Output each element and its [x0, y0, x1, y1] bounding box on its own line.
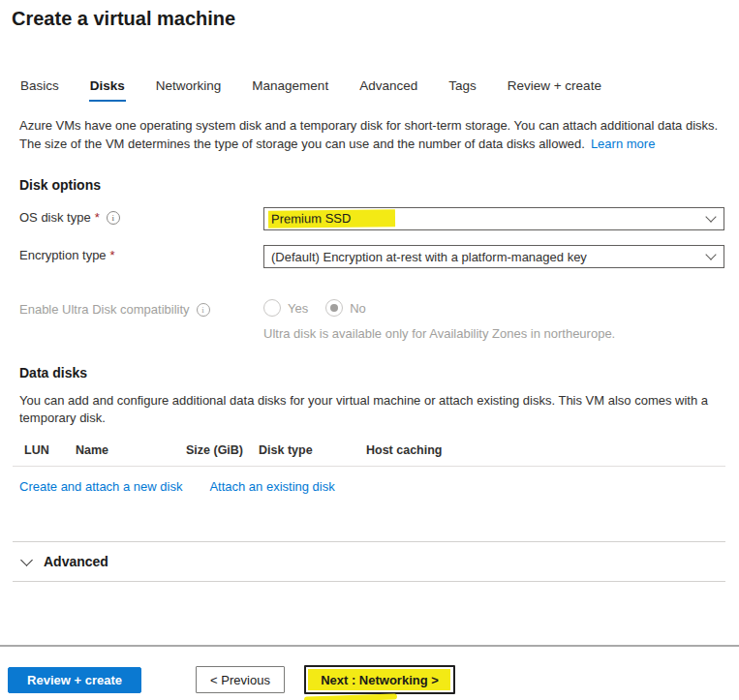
- tab-advanced[interactable]: Advanced: [358, 78, 418, 102]
- column-header-disk-type: Disk type: [259, 443, 366, 457]
- highlight-smear: [304, 693, 397, 700]
- radio-yes-label: Yes: [288, 301, 308, 316]
- os-disk-type-label-text: OS disk type: [19, 210, 91, 225]
- data-disks-description: You can add and configure additional dat…: [19, 392, 720, 427]
- encryption-type-label-text: Encryption type: [19, 248, 107, 262]
- next-networking-button[interactable]: Next : Networking >: [304, 665, 455, 694]
- info-icon[interactable]: i: [107, 211, 120, 225]
- tab-disks[interactable]: Disks: [89, 78, 126, 102]
- ultra-disk-helper-text: Ultra disk is available only for Availab…: [263, 326, 739, 341]
- radio-no[interactable]: No: [325, 299, 366, 317]
- radio-no-label: No: [350, 301, 366, 316]
- tab-management[interactable]: Management: [251, 78, 329, 102]
- data-disks-table-header: LUN Name Size (GiB) Disk type Host cachi…: [19, 443, 739, 466]
- column-header-lun: LUN: [19, 443, 76, 457]
- chevron-down-icon: [705, 211, 716, 222]
- column-header-size: Size (GiB): [186, 443, 259, 457]
- ultra-disk-label-text: Enable Ultra Disk compatibility: [19, 302, 190, 317]
- attach-existing-disk-link[interactable]: Attach an existing disk: [209, 479, 334, 494]
- data-disks-heading: Data disks: [19, 365, 739, 380]
- radio-yes[interactable]: Yes: [263, 299, 308, 317]
- advanced-toggle-label: Advanced: [44, 554, 108, 569]
- footer-divider: [0, 645, 739, 647]
- os-disk-type-select[interactable]: Premium SSD: [263, 207, 724, 230]
- tab-networking[interactable]: Networking: [155, 78, 223, 102]
- table-divider: [13, 466, 725, 467]
- data-disks-links: Create and attach a new disk Attach an e…: [19, 479, 739, 494]
- encryption-type-row: Encryption type * (Default) Encryption a…: [19, 245, 739, 268]
- intro-text: Azure VMs have one operating system disk…: [19, 116, 720, 153]
- os-disk-type-value: Premium SSD: [268, 209, 396, 228]
- footer-button-bar: Review + create < Previous Next : Networ…: [8, 665, 739, 694]
- os-disk-type-label: OS disk type * i: [19, 207, 263, 225]
- encryption-type-select[interactable]: (Default) Encryption at-rest with a plat…: [263, 245, 724, 268]
- ultra-disk-row: Enable Ultra Disk compatibility i Yes No: [19, 299, 739, 317]
- page-title: Create a virtual machine: [12, 8, 739, 30]
- learn-more-link[interactable]: Learn more: [591, 137, 655, 151]
- tab-review-create[interactable]: Review + create: [507, 78, 602, 102]
- ultra-disk-label: Enable Ultra Disk compatibility i: [19, 299, 263, 317]
- disk-options-heading: Disk options: [19, 177, 739, 193]
- ultra-disk-radio-group: Yes No: [263, 299, 366, 317]
- chevron-down-icon: [20, 554, 33, 566]
- tab-tags[interactable]: Tags: [447, 78, 477, 102]
- os-disk-type-row: OS disk type * i Premium SSD: [19, 207, 739, 230]
- required-asterisk: *: [110, 248, 115, 262]
- next-button-label: Next : Networking >: [321, 673, 439, 687]
- create-attach-disk-link[interactable]: Create and attach a new disk: [19, 479, 182, 494]
- tab-basics[interactable]: Basics: [19, 78, 60, 102]
- chevron-down-icon: [705, 249, 716, 259]
- tab-bar: Basics Disks Networking Management Advan…: [19, 78, 739, 102]
- previous-button[interactable]: < Previous: [196, 666, 285, 693]
- radio-yes-circle[interactable]: [263, 299, 281, 317]
- info-icon[interactable]: i: [197, 303, 210, 317]
- encryption-type-label: Encryption type *: [19, 245, 263, 262]
- radio-no-circle[interactable]: [325, 299, 343, 317]
- encryption-type-value: (Default) Encryption at-rest with a plat…: [271, 250, 587, 264]
- review-create-button[interactable]: Review + create: [8, 667, 141, 693]
- column-header-name: Name: [76, 443, 186, 457]
- column-header-host-caching: Host caching: [366, 443, 739, 457]
- advanced-toggle[interactable]: Advanced: [13, 542, 725, 582]
- required-asterisk: *: [95, 210, 100, 225]
